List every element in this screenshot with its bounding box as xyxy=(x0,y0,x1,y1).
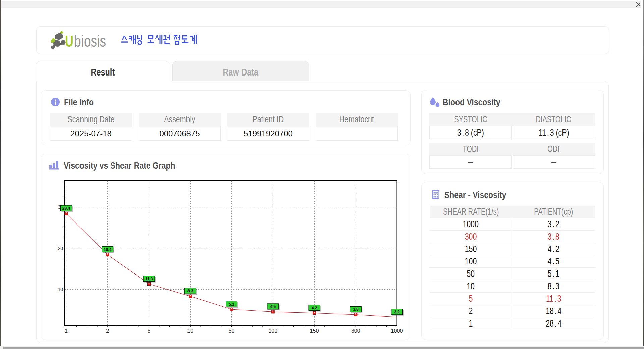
svg-text:150: 150 xyxy=(310,328,319,334)
svg-text:8.3: 8.3 xyxy=(187,289,193,293)
svg-text:4.2: 4.2 xyxy=(312,306,317,310)
svg-text:20: 20 xyxy=(58,246,63,251)
svg-text:50: 50 xyxy=(229,328,235,334)
svg-text:10: 10 xyxy=(58,287,63,292)
svg-text:300: 300 xyxy=(351,328,360,334)
svg-text:10: 10 xyxy=(187,328,193,334)
svg-text:3.8: 3.8 xyxy=(353,307,359,312)
svg-text:1000: 1000 xyxy=(391,328,403,334)
svg-text:5.1: 5.1 xyxy=(229,302,234,307)
svg-text:U: U xyxy=(65,32,73,50)
svg-text:2: 2 xyxy=(106,328,109,334)
svg-text:4.5: 4.5 xyxy=(270,304,276,309)
svg-text:28.4: 28.4 xyxy=(62,206,70,211)
svg-text:3.2: 3.2 xyxy=(394,310,400,314)
svg-text:100: 100 xyxy=(268,328,277,334)
svg-text:5: 5 xyxy=(148,328,151,334)
svg-text:1: 1 xyxy=(65,328,68,334)
svg-text:18.4: 18.4 xyxy=(104,247,112,252)
svg-text:11.3: 11.3 xyxy=(145,277,153,281)
svg-text:biosis: biosis xyxy=(74,32,106,50)
